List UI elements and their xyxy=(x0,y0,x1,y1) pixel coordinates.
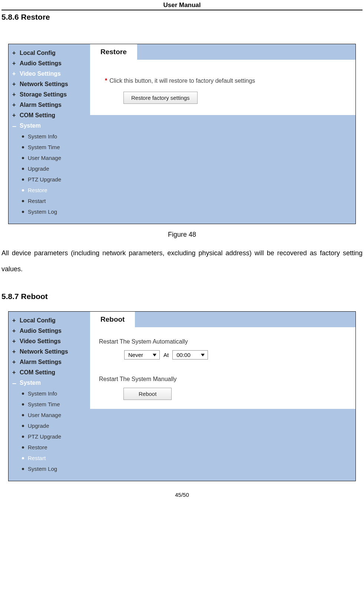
sidebar-subitem-label: Restart xyxy=(28,198,46,204)
bullet-icon xyxy=(22,446,24,449)
sidebar-subitem-label: System Info xyxy=(28,133,57,140)
plus-icon: + xyxy=(12,360,17,365)
sidebar-item-label: Alarm Settings xyxy=(20,359,62,365)
time-dropdown[interactable]: 00:00 xyxy=(172,350,208,360)
sidebar-subitem-ptz-upgrade[interactable]: PTZ Upgrade xyxy=(11,174,88,185)
sidebar-subitem-label: Restore xyxy=(28,187,47,193)
sidebar-item-label: Local Config xyxy=(20,317,56,324)
plus-icon: + xyxy=(12,318,17,323)
sidebar-subitem-label: Upgrade xyxy=(28,165,49,172)
sidebar-item-label: COM Setting xyxy=(20,369,55,376)
sidebar-subitem-label: System Time xyxy=(28,144,60,150)
sidebar-subitem-system-info[interactable]: System Info xyxy=(11,388,88,399)
screenshot-reboot: +Local Config+Audio Settings+Video Setti… xyxy=(8,311,356,481)
sidebar-subitem-label: User Manage xyxy=(28,155,61,161)
sidebar-subitem-system-time[interactable]: System Time xyxy=(11,142,88,152)
bullet-icon xyxy=(22,146,24,148)
sidebar-subitem-label: System Log xyxy=(28,209,57,215)
sidebar-subitem-upgrade[interactable]: Upgrade xyxy=(11,163,88,174)
sidebar-item-label: Network Settings xyxy=(20,81,68,88)
sidebar-item-com-setting[interactable]: +COM Setting xyxy=(11,110,88,121)
page-number: 45/50 xyxy=(0,488,364,503)
sidebar-item-audio-settings[interactable]: +Audio Settings xyxy=(11,326,88,336)
sidebar-item-storage-settings[interactable]: +Storage Settings xyxy=(11,89,88,100)
bullet-icon xyxy=(22,425,24,427)
sidebar-item-network-settings[interactable]: +Network Settings xyxy=(11,79,88,89)
sidebar-item-network-settings[interactable]: +Network Settings xyxy=(11,347,88,357)
sidebar-item-com-setting[interactable]: +COM Setting xyxy=(11,367,88,378)
plus-icon: + xyxy=(12,339,17,344)
sidebar: +Local Config+Audio Settings+Video Setti… xyxy=(9,44,90,224)
bullet-icon xyxy=(22,168,24,170)
plus-icon: + xyxy=(12,113,17,118)
sidebar-item-local-config[interactable]: +Local Config xyxy=(11,315,88,326)
sidebar-subitem-label: PTZ Upgrade xyxy=(28,176,61,183)
sidebar-item-video-settings[interactable]: +Video Settings xyxy=(11,69,88,79)
tab-reboot[interactable]: Reboot xyxy=(90,312,135,327)
bullet-icon xyxy=(22,178,24,181)
tab-restore[interactable]: Restore xyxy=(90,44,137,60)
sidebar-item-label: Video Settings xyxy=(20,70,61,77)
plus-icon: + xyxy=(12,61,17,66)
doc-header: User Manual xyxy=(0,0,364,10)
sidebar-item-system[interactable]: – System xyxy=(11,378,88,388)
sidebar-subitem-user-manage[interactable]: User Manage xyxy=(11,152,88,163)
bullet-icon xyxy=(22,457,24,459)
sidebar-subitem-system-log[interactable]: System Log xyxy=(11,206,88,217)
figure-caption: Figure 48 xyxy=(0,231,364,239)
sidebar-subitem-restart[interactable]: Restart xyxy=(11,196,88,206)
sidebar-subitem-restart[interactable]: Restart xyxy=(11,453,88,463)
sidebar-subitem-label: Restart xyxy=(28,455,46,461)
sidebar-subitem-system-info[interactable]: System Info xyxy=(11,131,88,142)
tab-bar: Restore xyxy=(90,44,355,60)
sidebar-subitem-system-log[interactable]: System Log xyxy=(11,463,88,474)
content-panel: Restore *Click this button, it will rest… xyxy=(90,44,355,224)
sidebar-subitem-label: System Log xyxy=(28,466,57,472)
sidebar-item-label: Storage Settings xyxy=(20,91,67,98)
screenshot-restore: +Local Config+Audio Settings+Video Setti… xyxy=(8,44,356,224)
body-paragraph: All device parameters (including network… xyxy=(1,245,363,277)
section-heading-restore: 5.8.6 Restore xyxy=(1,13,363,22)
minus-icon: – xyxy=(12,124,17,128)
frequency-dropdown[interactable]: Never xyxy=(124,350,160,360)
sidebar-subitem-label: System Time xyxy=(28,401,60,407)
minus-icon: – xyxy=(12,381,17,385)
sidebar-subitem-system-time[interactable]: System Time xyxy=(11,399,88,410)
bullet-icon xyxy=(22,157,24,159)
bullet-icon xyxy=(22,468,24,470)
sidebar-item-audio-settings[interactable]: +Audio Settings xyxy=(11,58,88,69)
sidebar-subitem-restore[interactable]: Restore xyxy=(11,442,88,453)
sidebar-item-label: Network Settings xyxy=(20,348,68,355)
plus-icon: + xyxy=(12,349,17,354)
sidebar-subitem-label: PTZ Upgrade xyxy=(28,433,61,440)
sidebar-item-video-settings[interactable]: +Video Settings xyxy=(11,336,88,347)
sidebar-item-label: Audio Settings xyxy=(20,60,62,67)
tab-bar: Reboot xyxy=(90,312,355,327)
sidebar-item-label: COM Setting xyxy=(20,112,55,119)
restore-factory-button[interactable]: Restore factory settings xyxy=(123,92,198,104)
sidebar-subitem-label: Upgrade xyxy=(28,423,49,429)
bullet-icon xyxy=(22,211,24,213)
manual-restart-label: Restart The System Manually xyxy=(90,360,355,388)
sidebar: +Local Config+Audio Settings+Video Setti… xyxy=(9,312,90,481)
reboot-button[interactable]: Reboot xyxy=(123,388,172,400)
sidebar-item-label: Video Settings xyxy=(20,338,61,345)
bullet-icon xyxy=(22,200,24,202)
sidebar-subitem-label: User Manage xyxy=(28,412,61,418)
sidebar-item-local-config[interactable]: +Local Config xyxy=(11,48,88,58)
plus-icon: + xyxy=(12,92,17,97)
sidebar-subitem-ptz-upgrade[interactable]: PTZ Upgrade xyxy=(11,431,88,442)
bullet-icon xyxy=(22,436,24,438)
sidebar-item-system[interactable]: – System xyxy=(11,121,88,131)
sidebar-item-alarm-settings[interactable]: +Alarm Settings xyxy=(11,357,88,367)
sidebar-subitem-label: Restore xyxy=(28,444,47,450)
bullet-icon xyxy=(22,135,24,138)
sidebar-subitem-user-manage[interactable]: User Manage xyxy=(11,410,88,420)
sidebar-subitem-upgrade[interactable]: Upgrade xyxy=(11,420,88,431)
section-heading-reboot: 5.8.7 Reboot xyxy=(1,292,363,301)
bullet-icon xyxy=(22,414,24,416)
plus-icon: + xyxy=(12,50,17,56)
sidebar-subitem-restore[interactable]: Restore xyxy=(11,185,88,196)
asterisk-icon: * xyxy=(105,78,107,84)
sidebar-item-alarm-settings[interactable]: +Alarm Settings xyxy=(11,100,88,110)
